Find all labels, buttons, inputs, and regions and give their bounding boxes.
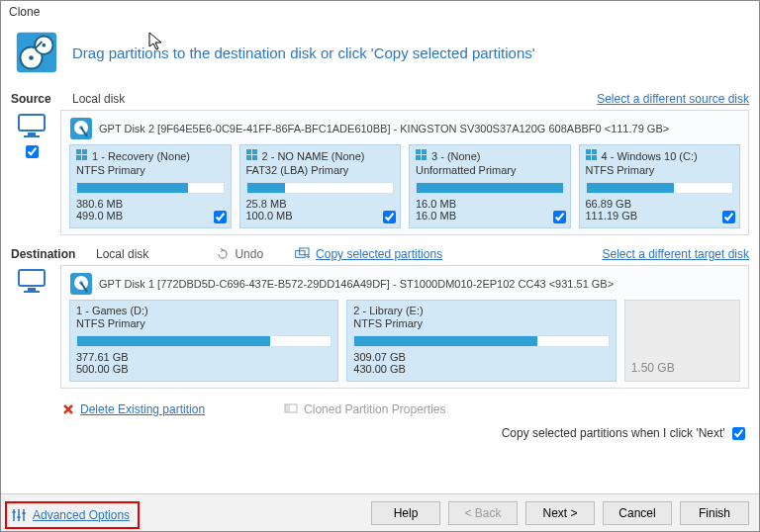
dest-label: Destination — [11, 247, 88, 261]
svg-rect-21 — [416, 155, 421, 160]
svg-rect-6 — [28, 133, 36, 135]
partition-checkbox[interactable] — [553, 211, 566, 223]
svg-rect-14 — [82, 155, 87, 160]
partition-name: 3 - (None) — [431, 150, 481, 162]
unallocated-space[interactable]: 1.50 GB — [624, 300, 740, 382]
monitor-icon — [18, 269, 46, 293]
copy-note-label: Copy selected partitions when I click 'N… — [502, 426, 725, 440]
svg-rect-24 — [592, 149, 597, 154]
svg-rect-29 — [19, 270, 45, 286]
hero-text: Drag partitions to the destination disk … — [72, 44, 535, 61]
usage-bar — [76, 182, 225, 194]
partition-sizes: 25.8 MB100.0 MB — [246, 198, 395, 222]
properties-icon — [284, 403, 298, 415]
help-button[interactable]: Help — [371, 501, 440, 525]
monitor-icon — [18, 114, 46, 137]
usage-bar — [416, 182, 564, 194]
cancel-button[interactable]: Cancel — [603, 501, 672, 525]
clone-disk-icon — [15, 31, 58, 74]
svg-rect-36 — [285, 404, 290, 412]
svg-rect-31 — [24, 291, 40, 293]
windows-logo-icon — [586, 149, 598, 163]
source-partition[interactable]: 3 - (None) Unformatted Primary 16.0 MB16… — [409, 144, 571, 228]
source-local: Local disk — [72, 92, 125, 106]
svg-rect-17 — [246, 155, 251, 160]
partition-fs: Unformatted Primary — [416, 164, 564, 176]
dest-local: Local disk — [96, 247, 148, 261]
source-disk-checkbox[interactable] — [26, 145, 39, 158]
delete-partition-button[interactable]: Delete Existing partition — [62, 402, 205, 416]
partition-sizes: 16.0 MB16.0 MB — [416, 198, 564, 222]
partition-sizes: 377.61 GB500.00 GB — [76, 351, 332, 375]
svg-rect-26 — [592, 155, 597, 160]
svg-rect-16 — [252, 149, 257, 154]
svg-rect-22 — [422, 155, 427, 160]
svg-rect-27 — [296, 251, 305, 258]
partition-name: 1 - Recovery (None) — [92, 150, 190, 162]
svg-rect-11 — [76, 149, 81, 154]
copy-partitions-icon — [295, 247, 311, 261]
svg-rect-20 — [422, 149, 427, 154]
copy-selected-link[interactable]: Copy selected partitions — [295, 247, 442, 261]
dest-partition[interactable]: 2 - Library (E:) NTFS Primary 309.07 GB4… — [346, 300, 616, 382]
source-disk-panel: GPT Disk 2 [9F64E5E6-0C9E-41FF-86FA-BFC1… — [60, 110, 749, 235]
select-source-link[interactable]: Select a different source disk — [597, 92, 749, 106]
dest-partition[interactable]: 1 - Games (D:) NTFS Primary 377.61 GB500… — [69, 300, 338, 382]
svg-rect-28 — [300, 248, 309, 255]
svg-point-2 — [29, 55, 34, 60]
dest-disk-panel: GPT Disk 1 [772DBD5D-C696-437E-B572-29DD… — [60, 265, 749, 389]
delete-icon — [62, 403, 74, 415]
cloned-props-button: Cloned Partition Properties — [284, 402, 445, 416]
partition-name: 4 - Windows 10 (C:) — [602, 150, 698, 162]
unallocated-size: 1.50 GB — [631, 361, 675, 375]
partition-checkbox[interactable] — [214, 211, 227, 223]
sliders-icon — [11, 507, 27, 523]
svg-rect-25 — [586, 155, 591, 160]
select-target-link[interactable]: Select a different target disk — [602, 247, 749, 261]
footer-bar: Advanced Options Help < Back Next > Canc… — [1, 493, 759, 531]
hdd-icon — [69, 272, 93, 296]
partition-checkbox[interactable] — [383, 211, 396, 223]
back-button[interactable]: < Back — [448, 501, 518, 525]
svg-rect-23 — [586, 149, 591, 154]
usage-bar — [76, 335, 332, 347]
partition-fs: NTFS Primary — [76, 164, 225, 176]
dest-header: Destination Local disk Undo Copy selecte… — [1, 245, 759, 265]
finish-button[interactable]: Finish — [680, 501, 749, 525]
usage-bar — [586, 182, 734, 194]
advanced-options-button[interactable]: Advanced Options — [5, 501, 140, 529]
svg-rect-19 — [416, 149, 421, 154]
partition-name: 1 - Games (D:) — [76, 305, 148, 316]
dest-disk-line: GPT Disk 1 [772DBD5D-C696-437E-B572-29DD… — [99, 278, 614, 290]
partition-sizes: 66.89 GB111.19 GB — [586, 198, 734, 222]
usage-bar — [246, 182, 395, 194]
windows-logo-icon — [76, 149, 88, 163]
partition-fs: NTFS Primary — [76, 317, 332, 329]
svg-point-4 — [43, 44, 47, 47]
copy-on-next-checkbox[interactable] — [732, 427, 745, 440]
source-header: Source Local disk Select a different sou… — [1, 90, 759, 110]
partition-fs: FAT32 (LBA) Primary — [246, 164, 395, 176]
partition-sizes: 380.6 MB499.0 MB — [76, 198, 225, 222]
partition-checkbox[interactable] — [722, 211, 735, 223]
svg-rect-39 — [23, 512, 26, 514]
partition-fs: NTFS Primary — [353, 317, 609, 329]
source-label: Source — [11, 92, 64, 106]
partition-name: 2 - NO NAME (None) — [262, 150, 365, 162]
source-partition[interactable]: 2 - NO NAME (None) FAT32 (LBA) Primary 2… — [239, 144, 402, 228]
next-button[interactable]: Next > — [525, 501, 595, 525]
svg-rect-5 — [19, 115, 45, 131]
source-partition[interactable]: 4 - Windows 10 (C:) NTFS Primary 66.89 G… — [579, 144, 741, 228]
svg-rect-13 — [76, 155, 81, 160]
source-disk-line: GPT Disk 2 [9F64E5E6-0C9E-41FF-86FA-BFC1… — [99, 123, 669, 134]
hdd-icon — [69, 117, 93, 140]
svg-rect-15 — [246, 149, 251, 154]
undo-button[interactable]: Undo — [216, 247, 263, 261]
svg-rect-30 — [28, 288, 36, 291]
partition-fs: NTFS Primary — [586, 164, 734, 176]
source-partition[interactable]: 1 - Recovery (None) NTFS Primary 380.6 M… — [69, 144, 232, 228]
windows-logo-icon — [416, 149, 428, 163]
partition-sizes: 309.07 GB430.00 GB — [353, 351, 609, 375]
svg-rect-12 — [82, 149, 87, 154]
undo-icon — [216, 247, 230, 261]
